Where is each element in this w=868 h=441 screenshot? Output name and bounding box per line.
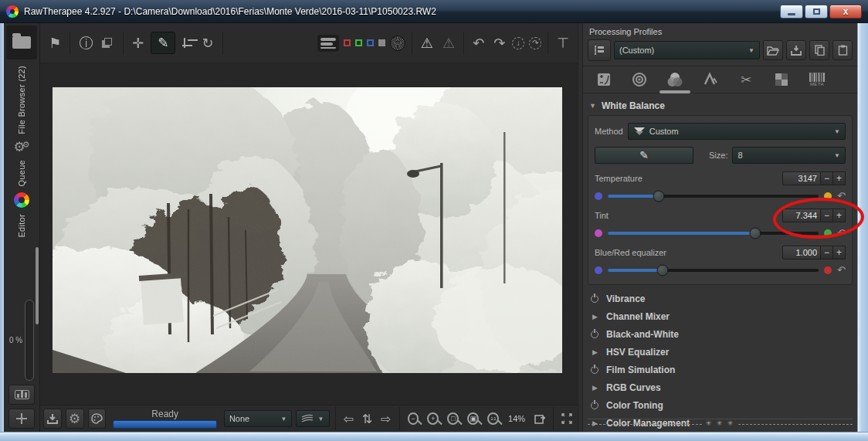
chevron-down-icon: ▼ [834, 128, 840, 135]
blue-red-decrement-button[interactable]: − [821, 246, 833, 260]
tab-advanced[interactable] [700, 70, 721, 90]
send-to-editor-button[interactable] [88, 409, 107, 429]
tab-color[interactable] [665, 70, 685, 90]
tab-queue-label[interactable]: Queue [17, 160, 26, 187]
new-window-icon [534, 414, 545, 424]
tab-file-browser-label[interactable]: File Browser (22) [17, 66, 26, 134]
temperature-decrement-button[interactable]: − [821, 171, 833, 185]
straighten-tool-icon[interactable]: ↻ [199, 34, 215, 53]
previous-image-button[interactable]: ⇦ [341, 412, 355, 426]
section-rgb-curves[interactable]: ▶ RGB Curves [583, 378, 857, 396]
photo-preview[interactable] [53, 87, 562, 373]
image-info-icon[interactable]: ⓘ [76, 34, 95, 53]
tab-raw[interactable] [771, 70, 792, 90]
panel-splitter[interactable] [578, 23, 583, 432]
section-black-and-white[interactable]: Black-and-White [583, 325, 857, 343]
tint-reset-icon[interactable]: ↶ [837, 228, 846, 238]
editor-colorwheel-icon[interactable] [14, 192, 29, 208]
shadow-clipping-icon[interactable]: ⚠ [440, 34, 457, 53]
histogram-blue-toggle[interactable] [367, 39, 374, 46]
paste-profile-button[interactable] [832, 40, 853, 60]
histogram-red-toggle[interactable] [344, 39, 351, 46]
tab-editor-label[interactable]: Editor [17, 214, 26, 238]
snapshot-rotate-icon[interactable]: ↷ [529, 37, 541, 49]
section-hsv-equalizer[interactable]: ▶ HSV Equalizer [583, 343, 857, 361]
copy-profile-button[interactable] [809, 40, 829, 60]
tab-exposure[interactable] [594, 70, 614, 90]
tint-increment-button[interactable]: + [833, 209, 846, 222]
section-film-simulation[interactable]: Film Simulation [583, 361, 857, 378]
raw-histogram-toggle[interactable] [390, 36, 405, 51]
softproof-dropdown[interactable]: ▼ [296, 410, 329, 427]
fullscreen-button[interactable] [559, 411, 575, 426]
highlight-clipping-icon[interactable]: ⚠ [419, 34, 436, 53]
queue-processing-button[interactable]: ⚙ [66, 409, 84, 429]
tab-metadata[interactable]: META [807, 70, 827, 90]
spot-wb-button[interactable]: ✎ [595, 147, 693, 164]
zoom-100-button[interactable]: 1:1 [487, 412, 499, 425]
tint-decrement-button[interactable]: − [821, 209, 833, 222]
temperature-value[interactable]: 3147 [782, 171, 821, 185]
temperature-slider-track[interactable] [608, 195, 819, 198]
blue-red-slider-thumb[interactable] [657, 264, 669, 276]
chevron-down-icon: ▼ [281, 416, 287, 422]
before-after-view-icon[interactable] [100, 36, 117, 50]
navigator-pan-button[interactable] [8, 409, 35, 429]
image-canvas[interactable] [40, 63, 578, 405]
power-toggle-icon[interactable] [591, 366, 598, 374]
undo-icon[interactable]: ↶ [470, 34, 487, 53]
tab-detail[interactable] [629, 70, 649, 90]
processing-progress: Ready [113, 409, 216, 429]
histogram-green-toggle[interactable] [355, 39, 362, 46]
navigator-histogram-button[interactable] [8, 385, 35, 405]
histogram-panel-toggle[interactable] [317, 35, 339, 52]
redo-icon[interactable]: ↷ [491, 34, 507, 53]
power-toggle-icon[interactable] [591, 402, 598, 409]
queue-gears-icon[interactable]: ⚙ [13, 141, 29, 154]
spot-size-dropdown[interactable]: 8 ▼ [732, 147, 846, 164]
zoom-fit-button[interactable]: □ [447, 412, 459, 425]
section-vibrance[interactable]: Vibrance [583, 290, 857, 307]
snapshot-add-icon[interactable]: ↓ [512, 37, 524, 49]
profile-select-dropdown[interactable]: (Custom) ▼ [614, 41, 760, 59]
power-toggle-icon[interactable] [591, 331, 598, 338]
load-profile-button[interactable] [763, 40, 783, 60]
hide-top-panel-icon[interactable]: ⊤ [554, 34, 571, 53]
tab-transform[interactable]: ✂ [736, 70, 756, 90]
zoom-fit-crop-button[interactable]: ▣ [467, 412, 479, 425]
save-image-button[interactable] [43, 409, 62, 429]
zoom-in-button[interactable]: + [427, 412, 439, 425]
blue-red-reset-icon[interactable]: ↶ [837, 265, 846, 275]
blue-red-value[interactable]: 1.000 [782, 246, 821, 260]
profile-fill-mode-button[interactable] [588, 39, 611, 61]
restore-button[interactable] [805, 5, 828, 19]
save-profile-button[interactable] [786, 40, 806, 60]
hand-tool-icon[interactable]: ⚑ [46, 34, 63, 53]
minimize-icon [788, 13, 795, 15]
section-channel-mixer[interactable]: ▶ Channel Mixer [583, 307, 857, 325]
close-button[interactable]: x [829, 5, 862, 19]
wb-method-dropdown[interactable]: Custom ▼ [628, 123, 846, 140]
blue-red-slider-track[interactable] [608, 269, 819, 272]
tab-file-browser[interactable] [6, 25, 37, 59]
section-color-toning[interactable]: Color Toning [583, 396, 857, 414]
temperature-slider-thumb[interactable] [653, 190, 664, 202]
tint-slider-track[interactable] [608, 232, 819, 235]
lockable-color-picker-icon[interactable]: ✛ [130, 34, 146, 53]
crop-tool-icon[interactable] [180, 36, 195, 50]
temperature-reset-icon[interactable]: ↶ [837, 191, 846, 201]
sync-browser-button[interactable]: ⇅ [360, 412, 375, 426]
next-image-button[interactable]: ⇨ [378, 412, 393, 426]
detach-detail-window-button[interactable] [532, 412, 548, 426]
tint-value[interactable]: 7.344 [782, 209, 821, 222]
power-toggle-icon[interactable] [591, 295, 598, 303]
blue-red-increment-button[interactable]: + [833, 246, 846, 260]
tint-slider-thumb[interactable] [750, 227, 761, 239]
white-balance-header[interactable]: ▼ White Balance [583, 97, 857, 115]
temperature-increment-button[interactable]: + [833, 171, 846, 185]
spot-white-balance-tool-icon[interactable]: ✎ [151, 32, 175, 54]
minimize-button[interactable] [780, 5, 803, 19]
zoom-out-button[interactable]: − [408, 412, 419, 425]
profile-apply-dropdown[interactable]: None ▼ [224, 410, 293, 427]
histogram-luma-toggle[interactable] [378, 39, 385, 46]
